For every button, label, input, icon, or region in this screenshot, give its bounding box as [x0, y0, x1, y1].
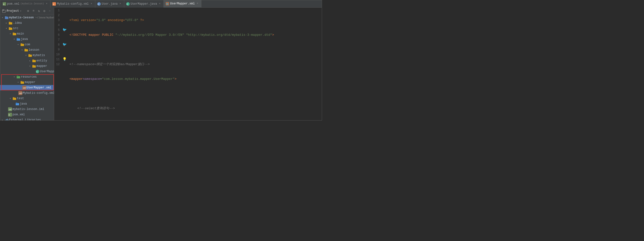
tab-usermapper-java-close[interactable]: ×: [158, 2, 162, 6]
arrow-mapper-res: ▾: [16, 81, 20, 84]
tree-item-test[interactable]: ▾ test: [0, 96, 54, 101]
label-com: com: [25, 43, 30, 46]
tree-item-mapper-res[interactable]: ▾ mapper: [0, 80, 54, 85]
svg-text:🐦: 🐦: [166, 3, 168, 5]
folder-com-icon: [20, 43, 24, 46]
gutter-5[interactable]: 🐦: [62, 27, 68, 32]
tab-mybatis-close[interactable]: ×: [90, 2, 93, 6]
tree-item-usermapper-java[interactable]: I UserMapper: [0, 69, 54, 74]
tab-usermapper-java[interactable]: I UserMapper.java ×: [124, 0, 164, 7]
tab-usermapper-xml[interactable]: 🐦 UserMapper.xml ×: [164, 0, 202, 7]
tree-item-main[interactable]: ▾ main: [0, 31, 54, 36]
gutter-4: [62, 22, 68, 27]
tree-item-idea[interactable]: ▸ .idea: [0, 20, 54, 26]
module-icon: [5, 16, 8, 19]
arrow-ext-libraries: ▸: [1, 118, 4, 120]
gutter-10: [62, 52, 68, 57]
arrow-com: ▾: [16, 43, 20, 46]
svg-text:xml: xml: [19, 92, 22, 95]
tab-usermapper-xml-close[interactable]: ×: [196, 2, 199, 5]
tab-user-java[interactable]: C User.java ×: [95, 0, 124, 7]
arrow-entity: ▸: [28, 59, 32, 62]
tab-usermapper-java-label: UserMapper.java: [130, 2, 157, 6]
folder-mybatis-icon: [28, 53, 32, 57]
red-box-section: ▾ resources ▾ mapper xml UserMapper: [0, 74, 54, 90]
label-test-java: java: [20, 102, 27, 106]
gutter-9: [62, 47, 68, 52]
label-java: java: [21, 37, 28, 41]
xml-mapper-icon: xml: [22, 86, 26, 90]
tree-item-mapper-java[interactable]: ▾ mapper: [0, 63, 54, 69]
gutter-12: [62, 61, 68, 66]
svg-rect-50: [5, 120, 6, 120]
tree-item-src[interactable]: ▾ src: [0, 26, 54, 31]
arrow-pom: [6, 113, 8, 116]
arrow-java: ▾: [12, 37, 16, 41]
svg-rect-19: [13, 32, 14, 33]
label-idea: .idea: [13, 21, 22, 25]
pom-icon: m: [8, 113, 12, 117]
sidebar-minimize-icon[interactable]: –: [48, 9, 52, 13]
mybatis-config-xml-icon: xml: [18, 91, 22, 95]
tree-item-pom[interactable]: m pom.xml: [0, 112, 54, 117]
svg-rect-45: [16, 103, 18, 104]
svg-text:I: I: [36, 70, 38, 73]
sidebar-collapse-icon[interactable]: ≡: [31, 9, 36, 13]
sidebar-dropdown-arrow[interactable]: ▾: [20, 9, 21, 12]
tree-item-resources[interactable]: ▾ resources: [0, 74, 54, 80]
gutter-8[interactable]: 🐦: [62, 42, 68, 47]
tree-item-mybatis-config-xml[interactable]: xml Mybatis-config.xml: [0, 90, 54, 96]
svg-rect-31: [32, 65, 34, 66]
sidebar-sort-icon[interactable]: ⇅: [37, 9, 41, 13]
svg-text:C: C: [98, 3, 100, 5]
tree-item-mybatis[interactable]: ▾ mybatis: [0, 53, 54, 58]
tree-item-mybatis-iml[interactable]: iml mybatis-lesson.iml: [0, 107, 54, 112]
tree-item-java[interactable]: ▾ java: [0, 36, 54, 42]
svg-rect-25: [24, 49, 26, 50]
arrow-mybatis: ▾: [24, 54, 28, 57]
sidebar-toolbar: ⊕ ≡ ⇅ ⚙ –: [26, 9, 52, 13]
sidebar-locate-icon[interactable]: ⊕: [26, 9, 30, 13]
tree-item-ext-libraries[interactable]: ▸ External Libraries: [0, 117, 54, 120]
gutter: 🐦 🐦 💡: [62, 7, 68, 120]
label-mybatis: mybatis: [32, 54, 45, 57]
tree-item-test-java[interactable]: java: [0, 101, 54, 107]
tab-bar: m pom.xml (mybatis-lesson) × x Mybatis-c…: [0, 0, 322, 7]
arrow-test-java: [14, 102, 15, 106]
label-usermapper-xml: UserMapper.xml: [27, 86, 52, 89]
svg-rect-51: [6, 119, 6, 120]
svg-rect-52: [7, 119, 8, 120]
code-area[interactable]: <?xml version="1.0" encoding="UTF-8" ?> …: [68, 7, 322, 120]
editor-content[interactable]: 1 2 3 4 5 6 7 8 9 10 11 12: [54, 7, 322, 120]
tab-user-label: User.java: [102, 2, 118, 6]
arrow-mybatis-config-xml: [16, 91, 18, 95]
label-mybatis-lesson: mybatis-lesson: [9, 16, 34, 19]
code-line-3: [68, 47, 322, 52]
gutter-11[interactable]: 💡: [62, 57, 68, 61]
tab-pom-close[interactable]: ×: [45, 2, 48, 6]
tab-pom-xml[interactable]: m pom.xml (mybatis-lesson) ×: [1, 0, 50, 7]
tree-item-com[interactable]: ▾ com: [0, 42, 54, 47]
gutter-3: [62, 17, 68, 22]
label-pom: pom.xml: [12, 113, 25, 116]
gutter-1: [62, 7, 68, 12]
tree-item-lesson[interactable]: ▾ lesson: [0, 47, 54, 53]
tree-item-usermapper-xml[interactable]: xml UserMapper.xml: [0, 85, 54, 90]
arrow-mapper-java: ▾: [28, 64, 32, 68]
label-src: src: [13, 27, 18, 30]
mybatis-config-icon: x: [52, 2, 56, 6]
svg-rect-53: [8, 120, 8, 120]
sidebar-tree: ▾ mybatis-lesson ~/Java/mybatis-lesson ▸…: [0, 14, 54, 120]
tree-item-entity[interactable]: ▸ entity: [0, 58, 54, 63]
pom-icon: m: [3, 2, 6, 6]
tab-mybatis-config[interactable]: x Mybatis-config.xml ×: [50, 0, 95, 7]
sidebar-title-text: Project: [6, 9, 19, 13]
arrow-lesson: ▾: [20, 48, 24, 52]
code-line-7: <!--select查询语句-->: [68, 106, 322, 111]
folder-main-icon: [12, 32, 16, 36]
tree-item-mybatis-lesson[interactable]: ▾ mybatis-lesson ~/Java/mybatis-lesson: [0, 15, 54, 20]
sidebar: Project ▾ ⊕ ≡ ⇅ ⚙ – ▾ mybatis-lesson ~/J: [0, 7, 54, 120]
tab-user-close[interactable]: ×: [118, 2, 122, 6]
sidebar-settings-icon[interactable]: ⚙: [42, 9, 46, 13]
label-main: main: [17, 32, 24, 35]
